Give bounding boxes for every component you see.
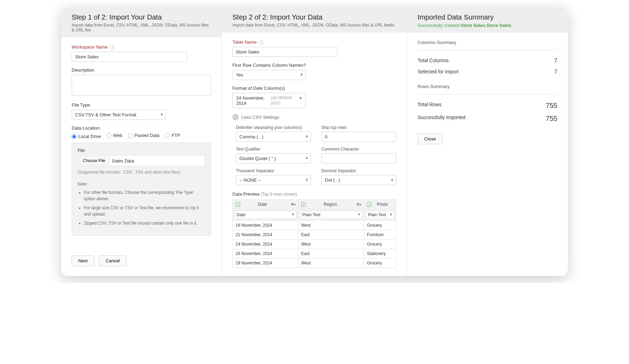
firstrow-label: First Row Contains Column Names?	[232, 63, 396, 68]
chosen-filename: Sales Data	[112, 158, 134, 163]
step2-title: Step 2 of 2: Import Your Data	[232, 13, 396, 21]
skip-input[interactable]	[321, 132, 397, 142]
metric-total-columns: Total Columns 7	[418, 55, 557, 66]
divider	[418, 94, 557, 94]
minus-icon: −	[232, 114, 239, 120]
step2-subtitle: Import data from Excel, CSV, HTML, XML, …	[232, 23, 396, 28]
checkbox-icon[interactable]	[236, 202, 240, 207]
cancel-button[interactable]: Cancel	[99, 255, 126, 266]
radio-pasted-data[interactable]: Pasted Data	[128, 133, 160, 138]
skip-label: Skip top rows	[321, 125, 397, 130]
notes-list: For other file formats, Choose the corre…	[78, 189, 205, 226]
comment-input[interactable]	[321, 153, 397, 163]
rows-summary-heading: Rows Summary	[418, 84, 557, 89]
firstrow-select[interactable]: Yes	[232, 70, 306, 80]
thousand-select[interactable]: -- NONE --	[236, 175, 311, 185]
delimiter-select[interactable]: Comma ( , )	[236, 132, 311, 142]
metric-imported: Successfully Imported 755	[418, 112, 557, 125]
col-header-product[interactable]: Produ	[364, 200, 396, 209]
preview-heading: Data Preview (Top 5 rows shown)	[232, 191, 396, 197]
dateformat-label: Format of Date Column(s)	[232, 86, 396, 91]
col-header-date[interactable]: Date ✽▾	[233, 200, 298, 209]
checkbox-icon[interactable]	[301, 202, 306, 207]
step2-panel: Step 2 of 2: Import Your Data Import dat…	[222, 7, 407, 276]
next-button[interactable]: Next	[72, 255, 94, 266]
type-select-product[interactable]: Plain Text	[366, 211, 395, 219]
metric-total-rows: Total Rows 755	[418, 99, 557, 112]
table-row: 24 November, 2014WestGrocery	[233, 240, 396, 249]
filetype-select[interactable]: CSV,TSV & Other Text Format	[72, 110, 166, 120]
file-box: File Choose File Sales Data (Supported f…	[72, 143, 211, 236]
table-row: 21 November, 2014EastFurniture	[233, 230, 396, 240]
success-message: Successfully created Store Sales.Store S…	[418, 23, 557, 28]
divider	[418, 50, 557, 50]
preview-table: Date ✽▾ Region ✽▾ Produ	[232, 199, 396, 268]
gear-icon[interactable]: ✽▾	[356, 202, 362, 207]
step1-panel: Step 1 of 2: Import Your Data Import dat…	[61, 7, 222, 276]
type-select-region[interactable]: Plain Text	[300, 211, 362, 219]
radio-web[interactable]: Web	[107, 133, 123, 138]
filetype-label: File Type	[72, 102, 211, 108]
table-name-input[interactable]	[232, 47, 337, 57]
close-button[interactable]: Close	[418, 133, 442, 144]
description-input[interactable]	[72, 75, 211, 96]
table-row: 29 November, 2014WestGrocery	[233, 259, 396, 268]
summary-header: Imported Data Summary Successfully creat…	[407, 7, 568, 33]
help-icon[interactable]: ?	[259, 40, 263, 45]
comment-label: Comment Character	[321, 147, 397, 152]
workspace-name-input[interactable]	[72, 52, 187, 62]
datalocation-label: Data Location	[72, 125, 211, 131]
radio-ftp[interactable]: FTP	[165, 133, 180, 138]
radio-local-drive[interactable]: Local Drive	[72, 134, 101, 139]
checkbox-icon[interactable]	[367, 202, 371, 207]
step1-header: Step 1 of 2: Import Your Data Import dat…	[61, 7, 222, 37]
note-item: Zipped CSV, TSV or Text file should cont…	[84, 220, 205, 226]
metric-selected-import: Selected for import 7	[418, 66, 557, 78]
note-item: For large size CSV or TSV or Text file, …	[84, 205, 205, 217]
help-icon[interactable]: ?	[110, 45, 115, 50]
qualifier-select[interactable]: Double Quote ( " )	[236, 153, 311, 163]
less-csv-settings-toggle[interactable]: − Less CSV Settings	[232, 114, 396, 120]
step2-header: Step 2 of 2: Import Your Data Import dat…	[222, 7, 407, 32]
col-header-region[interactable]: Region ✽▾	[298, 200, 364, 209]
type-select-date[interactable]: Date	[234, 211, 297, 219]
dateformat-select[interactable]: 24 November, 2014 (dd MMMM, yyyy)	[232, 93, 306, 108]
file-label: File	[78, 148, 205, 153]
summary-title: Imported Data Summary	[418, 13, 557, 21]
gear-icon[interactable]: ✽▾	[291, 202, 296, 207]
workspace-name-label: Workspace Name ?	[72, 44, 211, 50]
step1-subtitle: Import data from Excel, CSV, HTML, XML, …	[72, 23, 211, 32]
summary-panel: Imported Data Summary Successfully creat…	[407, 7, 568, 276]
delimiter-label: Delimiter separating your column(s)	[236, 125, 311, 130]
table-name-label: Table Name ?	[232, 39, 396, 45]
table-row: 26 November, 2014EastStationery	[233, 249, 396, 259]
supported-formats-hint: (Supported file formats: .CSV, .TSV and …	[78, 170, 205, 175]
thousand-label: Thousand Separator	[236, 168, 311, 173]
import-wizard: Step 1 of 2: Import Your Data Import dat…	[61, 7, 568, 276]
note-item: For other file formats, Choose the corre…	[84, 189, 205, 202]
decimal-label: Decimal Separator	[321, 168, 397, 173]
step1-title: Step 1 of 2: Import Your Data	[72, 13, 211, 21]
note-heading: Note:	[78, 182, 205, 187]
choose-file-button[interactable]: Choose File	[79, 156, 109, 165]
qualifier-label: Text Qualifier	[236, 147, 311, 152]
table-row: 19 November, 2014WestGrocery	[233, 221, 396, 230]
columns-summary-heading: Columns Summary	[418, 40, 557, 45]
description-label: Description	[72, 67, 211, 73]
decimal-select[interactable]: Dot ( . )	[321, 175, 397, 185]
